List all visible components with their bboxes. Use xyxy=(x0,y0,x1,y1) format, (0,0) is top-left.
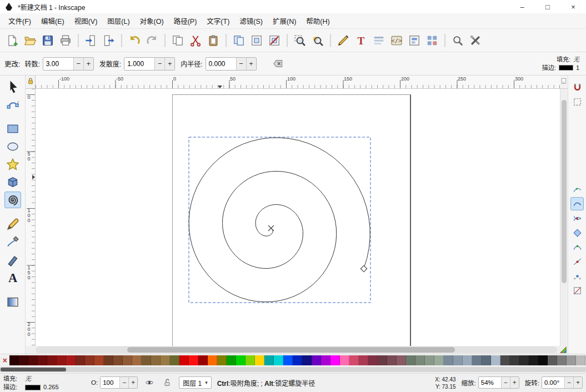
palette-swatch[interactable] xyxy=(217,355,227,365)
xml-editor-icon[interactable]: </> xyxy=(388,32,405,49)
spin-decrement-button[interactable]: − xyxy=(236,58,246,70)
ellipse-tool-icon[interactable] xyxy=(4,138,21,155)
palette-swatch[interactable] xyxy=(274,355,283,365)
pen-tool-icon[interactable] xyxy=(4,234,21,250)
menu-item[interactable]: 滤镜(S) xyxy=(234,13,268,28)
menu-item[interactable]: 编辑(E) xyxy=(36,13,69,28)
node-tool-icon[interactable] xyxy=(4,96,21,113)
layer-visibility-toggle[interactable] xyxy=(143,376,156,389)
snap-others-icon[interactable] xyxy=(570,269,584,283)
palette-swatch[interactable] xyxy=(548,355,557,365)
rows-cols-icon[interactable] xyxy=(424,32,440,49)
palette-swatch[interactable] xyxy=(94,355,104,365)
snap-nodes-icon[interactable] xyxy=(570,183,584,196)
palette-swatch[interactable] xyxy=(227,355,236,365)
fill-stroke-icon[interactable] xyxy=(335,32,352,49)
text-tool-icon[interactable]: A xyxy=(4,269,21,286)
folder-open-icon[interactable] xyxy=(22,32,38,49)
palette-swatch[interactable] xyxy=(198,355,208,365)
palette-scrollbar[interactable] xyxy=(0,367,586,372)
copy-icon[interactable] xyxy=(169,32,186,49)
palette-swatch[interactable] xyxy=(529,355,538,365)
palette-swatch[interactable] xyxy=(76,355,85,365)
palette-swatch[interactable] xyxy=(142,355,151,365)
palette-swatch[interactable] xyxy=(132,355,142,365)
layer-lock-toggle[interactable] xyxy=(161,376,173,389)
zoom-input[interactable] xyxy=(479,377,501,388)
palette-swatch[interactable] xyxy=(28,355,38,365)
menu-item[interactable]: 路径(P) xyxy=(169,13,202,28)
import-icon[interactable] xyxy=(83,32,99,49)
spin-increment-button[interactable]: + xyxy=(83,58,93,70)
palette-swatch[interactable] xyxy=(387,355,397,365)
zoom-selection-icon[interactable] xyxy=(292,32,308,49)
menu-item[interactable]: 文件(F) xyxy=(3,13,36,28)
palette-swatch[interactable] xyxy=(161,355,170,365)
palette-swatch[interactable] xyxy=(283,355,293,365)
doc-new-icon[interactable] xyxy=(4,32,21,49)
print-icon[interactable] xyxy=(57,32,74,49)
find-icon[interactable] xyxy=(449,32,466,49)
palette-swatch[interactable] xyxy=(359,355,368,365)
spiral-tool-icon[interactable] xyxy=(4,192,21,208)
spin-increment-button[interactable]: + xyxy=(246,58,256,70)
palette-swatch[interactable] xyxy=(425,355,434,365)
palette-swatch[interactable] xyxy=(113,355,123,365)
horizontal-ruler[interactable]: -100-50050100150200250300 xyxy=(36,76,560,89)
palette-swatch[interactable] xyxy=(567,355,576,365)
close-button[interactable]: × xyxy=(560,0,586,13)
palette-swatch[interactable] xyxy=(397,355,406,365)
palette-swatch[interactable] xyxy=(482,355,491,365)
minimize-button[interactable]: – xyxy=(509,0,535,13)
palette-swatch[interactable] xyxy=(302,355,312,365)
box3d-tool-icon[interactable] xyxy=(4,174,21,190)
redo-icon[interactable] xyxy=(144,32,161,49)
snap-bbox-icon[interactable] xyxy=(570,95,584,108)
ruler-corner[interactable] xyxy=(26,76,36,89)
rotation-decrement[interactable]: − xyxy=(564,377,573,388)
duplicate-icon[interactable] xyxy=(231,32,247,49)
zoom-increment[interactable]: + xyxy=(510,377,519,388)
vertical-scrollbar[interactable] xyxy=(560,89,568,346)
palette-swatch[interactable] xyxy=(472,355,482,365)
palette-swatch[interactable] xyxy=(47,355,57,365)
sticky-zoom-button[interactable] xyxy=(558,346,568,354)
palette-swatch[interactable] xyxy=(321,355,330,365)
palette-swatch[interactable] xyxy=(19,355,28,365)
palette-swatch[interactable] xyxy=(179,355,189,365)
spin-input[interactable] xyxy=(206,58,236,70)
canvas[interactable] xyxy=(36,89,560,346)
menu-item[interactable]: 帮助(H) xyxy=(301,13,334,28)
palette-swatch[interactable] xyxy=(491,355,500,365)
spin-input[interactable] xyxy=(43,58,73,70)
zoom-drawing-icon[interactable] xyxy=(309,32,326,49)
menu-item[interactable]: 对象(O) xyxy=(135,13,169,28)
cut-icon[interactable] xyxy=(187,32,204,49)
palette-scrollbar-thumb[interactable] xyxy=(1,368,66,371)
palette-swatch[interactable] xyxy=(576,355,585,365)
gradient-tool-icon[interactable] xyxy=(4,294,21,310)
palette-swatch[interactable] xyxy=(9,355,19,365)
palette-swatch[interactable] xyxy=(104,355,113,365)
spin-input[interactable] xyxy=(124,58,154,70)
horizontal-scrollbar[interactable] xyxy=(36,346,557,353)
palette-swatch[interactable] xyxy=(557,355,567,365)
menu-item[interactable]: 图层(L) xyxy=(102,13,134,28)
style-indicator[interactable]: 填充: 无 描边: 1 xyxy=(542,56,582,72)
palette-swatch[interactable] xyxy=(330,355,340,365)
palette-swatch[interactable] xyxy=(293,355,302,365)
palette-swatch[interactable] xyxy=(406,355,415,365)
maximize-button[interactable]: □ xyxy=(535,0,560,13)
palette-swatch[interactable] xyxy=(85,355,94,365)
undo-icon[interactable] xyxy=(126,32,143,49)
snap-path-intersection-icon[interactable] xyxy=(570,212,584,225)
snap-global-icon[interactable] xyxy=(570,81,584,94)
snap-midpoint-icon[interactable] xyxy=(570,255,584,268)
palette-swatch[interactable] xyxy=(151,355,161,365)
rect-tool-icon[interactable] xyxy=(4,120,21,137)
text-dialog-icon[interactable]: T xyxy=(353,32,369,49)
star-tool-icon[interactable] xyxy=(4,156,21,173)
palette-swatch[interactable] xyxy=(189,355,198,365)
palette-swatch[interactable] xyxy=(246,355,255,365)
calligraphy-tool-icon[interactable] xyxy=(4,252,21,268)
